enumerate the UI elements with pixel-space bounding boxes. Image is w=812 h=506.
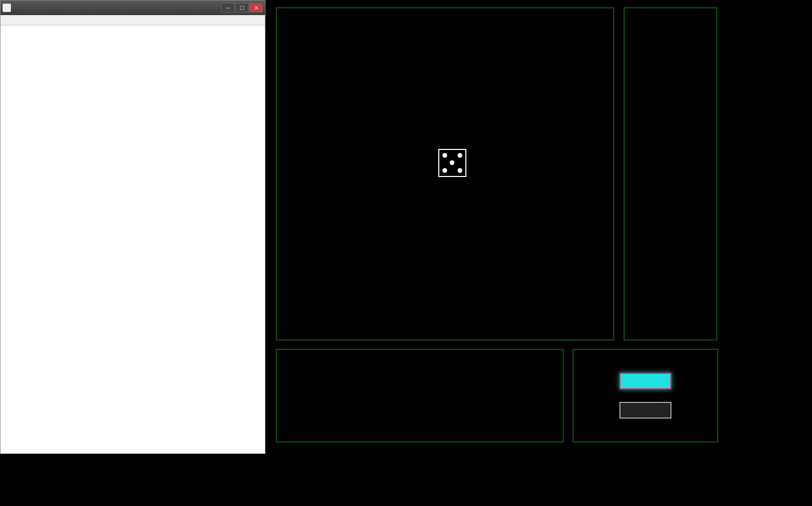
roll-dice-button[interactable] — [619, 373, 671, 389]
menubar — [1, 15, 265, 26]
menu-help[interactable] — [28, 15, 34, 25]
menu-file[interactable] — [3, 15, 9, 25]
notepad-body[interactable] — [1, 26, 265, 453]
log-panel — [276, 349, 564, 442]
game-board — [276, 7, 614, 340]
menu-edit[interactable] — [9, 15, 15, 25]
player-info-panel — [624, 7, 717, 340]
close-button[interactable]: ✕ — [249, 3, 263, 12]
dice — [438, 149, 466, 177]
notepad-window: ─ ☐ ✕ — [0, 0, 265, 454]
notepad-icon — [3, 4, 11, 12]
menu-view[interactable] — [21, 15, 28, 25]
menu-format[interactable] — [15, 15, 21, 25]
maximize-button[interactable]: ☐ — [235, 3, 249, 12]
titlebar[interactable]: ─ ☐ ✕ — [1, 1, 265, 15]
cheat-button[interactable] — [619, 402, 671, 419]
minimize-button[interactable]: ─ — [221, 3, 235, 12]
action-panel — [573, 349, 718, 442]
